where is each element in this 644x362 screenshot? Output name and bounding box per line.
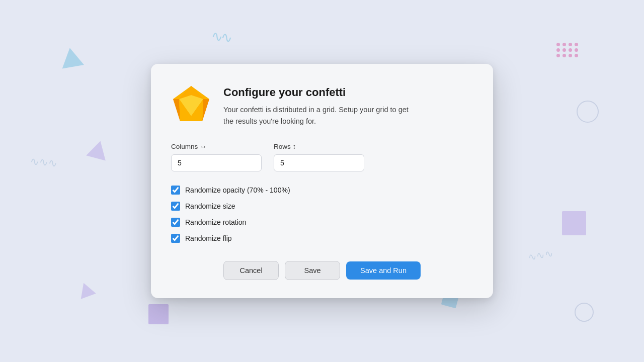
dialog-title: Configure your confetti bbox=[223, 86, 415, 99]
save-and-run-button[interactable]: Save and Run bbox=[346, 261, 421, 280]
columns-label: Columns ↔ bbox=[171, 143, 262, 150]
svg-marker-2 bbox=[173, 99, 180, 121]
dialog: Configure your confetti Your confetti is… bbox=[151, 64, 493, 298]
rows-label: Rows ↕ bbox=[274, 143, 364, 150]
checkboxes-group: Randomize opacity (70% - 100%) Randomize… bbox=[171, 186, 473, 243]
checkbox-item-flip[interactable]: Randomize flip bbox=[171, 234, 473, 243]
rows-group: Rows ↕ bbox=[274, 143, 364, 171]
form-row: Columns ↔ Rows ↕ bbox=[171, 143, 473, 171]
checkbox-size-label: Randomize size bbox=[185, 202, 235, 210]
checkbox-item-size[interactable]: Randomize size bbox=[171, 202, 473, 211]
checkbox-flip[interactable] bbox=[171, 234, 180, 243]
checkbox-opacity-label: Randomize opacity (70% - 100%) bbox=[185, 186, 290, 194]
dialog-header: Configure your confetti Your confetti is… bbox=[171, 84, 473, 127]
checkbox-size[interactable] bbox=[171, 202, 180, 211]
cancel-button[interactable]: Cancel bbox=[223, 261, 279, 280]
checkbox-opacity[interactable] bbox=[171, 186, 180, 195]
svg-marker-3 bbox=[202, 99, 209, 121]
rows-input[interactable] bbox=[274, 154, 364, 171]
checkbox-item-rotation[interactable]: Randomize rotation bbox=[171, 218, 473, 227]
columns-group: Columns ↔ bbox=[171, 143, 262, 171]
checkbox-flip-label: Randomize flip bbox=[185, 234, 232, 242]
checkbox-rotation[interactable] bbox=[171, 218, 180, 227]
save-button[interactable]: Save bbox=[285, 261, 340, 280]
columns-input[interactable] bbox=[171, 154, 262, 171]
checkbox-item-opacity[interactable]: Randomize opacity (70% - 100%) bbox=[171, 186, 473, 195]
sketch-icon bbox=[171, 84, 211, 124]
checkbox-rotation-label: Randomize rotation bbox=[185, 218, 246, 226]
dialog-header-text: Configure your confetti Your confetti is… bbox=[223, 84, 415, 127]
dialog-description: Your confetti is distributed in a grid. … bbox=[223, 104, 415, 127]
dialog-footer: Cancel Save Save and Run bbox=[171, 261, 473, 280]
